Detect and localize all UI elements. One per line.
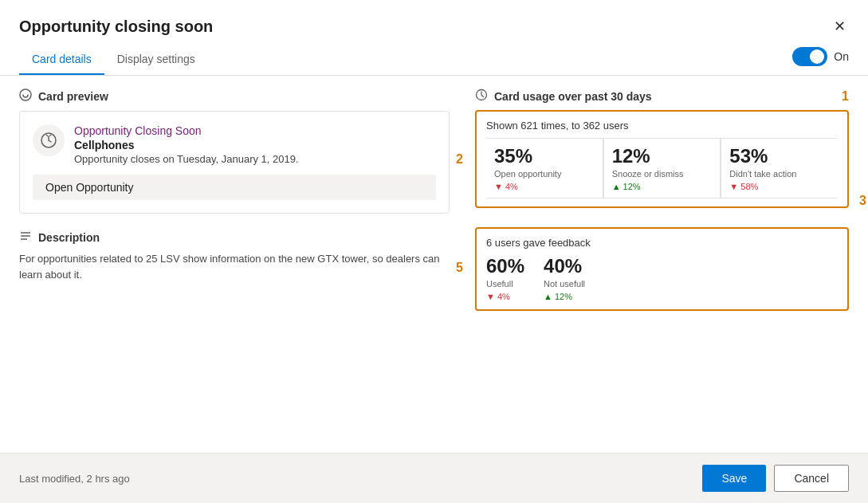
stats-cells: 35% Open opportunity ▼ 4% 12% Snooze or … <box>486 138 838 198</box>
card-description: Opportunity closes on Tuesday, January 1… <box>74 153 299 165</box>
cancel-button[interactable]: Cancel <box>774 465 849 492</box>
modal-footer: Last modified, 2 hrs ago Save Cancel <box>0 453 868 503</box>
card-preview-section: Card preview Opportunity Closing Soon <box>19 88 450 214</box>
stat-snooze: 12% Snooze or dismiss ▲ 12% <box>603 138 721 198</box>
usage-header: Card usage over past 30 days 1 <box>475 88 849 104</box>
left-panel: Card preview Opportunity Closing Soon <box>19 88 450 440</box>
usage-icon <box>475 88 488 104</box>
card-preview-header: Card preview <box>19 88 450 104</box>
toggle-switch[interactable] <box>792 47 827 66</box>
toggle-label: On <box>834 50 849 63</box>
usage-label: Card usage over past 30 days <box>494 90 652 103</box>
save-button[interactable]: Save <box>702 465 766 492</box>
tab-card-details[interactable]: Card details <box>19 45 104 75</box>
modal: Opportunity closing soon ✕ Card details … <box>0 0 868 503</box>
feedback-stats: 60% Usefull ▼ 4% 40% Not usefull ▲ 12% <box>486 255 838 301</box>
right-panel: Card usage over past 30 days 1 2 Shown 6… <box>475 88 849 440</box>
footer-status: Last modified, 2 hrs ago <box>19 473 130 485</box>
description-text: For opportunities related to 25 LSV show… <box>19 251 450 282</box>
annotation-1: 1 <box>842 89 849 104</box>
stats-container: 2 Shown 621 times, to 362 users 35% Open… <box>475 110 849 208</box>
modal-title: Opportunity closing soon <box>19 18 213 36</box>
card-title: Opportunity Closing Soon <box>74 124 299 137</box>
card-preview-label: Card preview <box>38 90 108 103</box>
close-button[interactable]: ✕ <box>831 14 849 38</box>
preview-icon <box>19 88 32 104</box>
card-info: Opportunity Closing Soon Cellphones Oppo… <box>74 124 299 165</box>
annotation-3-label: 3 <box>859 194 866 208</box>
tab-display-settings[interactable]: Display settings <box>104 45 208 75</box>
card-icon-circle <box>33 124 65 156</box>
svg-point-0 <box>20 89 31 100</box>
toggle-thumb <box>810 49 824 64</box>
description-header: Description <box>19 230 450 245</box>
modal-body: Card preview Opportunity Closing Soon <box>0 76 868 453</box>
tabs-left: Card details Display settings <box>19 45 208 75</box>
annotation-2-label: 2 <box>456 152 463 167</box>
usage-title: Card usage over past 30 days <box>475 88 652 104</box>
shown-count: Shown 621 times, to 362 users <box>486 120 838 132</box>
stat-open: 35% Open opportunity ▼ 4% <box>486 138 603 198</box>
feedback-useful: 60% Usefull ▼ 4% <box>486 255 524 301</box>
stat-no-action: 53% Didn't take action ▼ 58% <box>721 138 838 198</box>
description-icon <box>19 230 32 245</box>
card-subtitle: Cellphones <box>74 139 299 151</box>
modal-header: Opportunity closing soon ✕ <box>0 0 868 38</box>
feedback-container: 5 6 users gave feedback 60% Usefull ▼ 4%… <box>475 224 849 311</box>
card-top: Opportunity Closing Soon Cellphones Oppo… <box>33 124 436 165</box>
annotation-5-label: 5 <box>456 261 463 275</box>
description-label: Description <box>38 231 100 244</box>
feedback-not-useful: 40% Not usefull ▲ 12% <box>544 255 585 301</box>
card-preview-box: Opportunity Closing Soon Cellphones Oppo… <box>19 111 450 214</box>
tabs-bar: Card details Display settings On <box>0 45 868 76</box>
feedback-title: 6 users gave feedback <box>486 237 838 249</box>
description-section: Description For opportunities related to… <box>19 230 450 282</box>
footer-buttons: Save Cancel <box>702 465 849 492</box>
feedback-box: 6 users gave feedback 60% Usefull ▼ 4% 4… <box>475 227 849 311</box>
toggle-track[interactable] <box>792 47 827 66</box>
tabs-right: On <box>792 47 849 73</box>
open-opportunity-button[interactable]: Open Opportunity <box>33 175 436 200</box>
usage-stats-box: Shown 621 times, to 362 users 35% Open o… <box>475 110 849 208</box>
